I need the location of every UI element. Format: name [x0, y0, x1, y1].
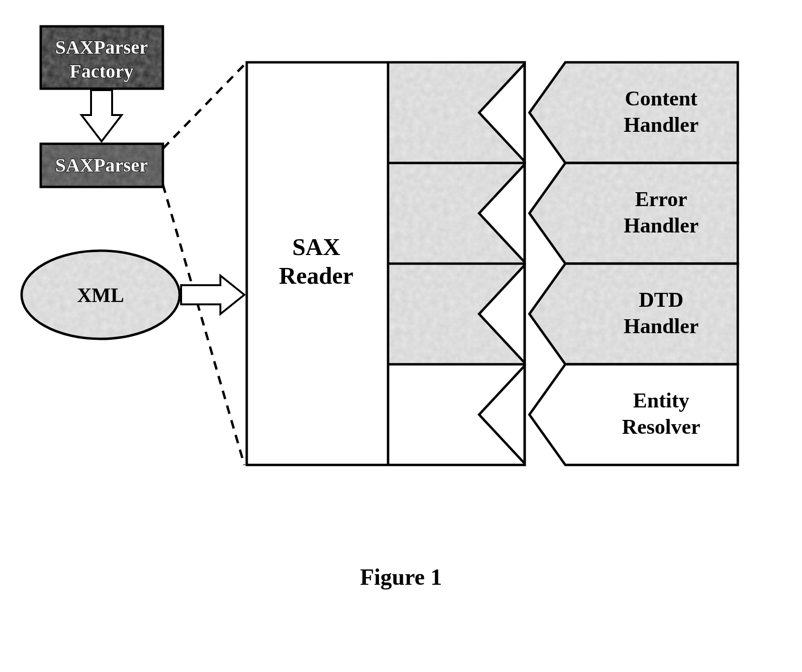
content-handler-pentagon: [529, 62, 738, 163]
factory-text-line2: Factory: [69, 60, 133, 82]
svg-marker-17: [529, 163, 738, 264]
svg-marker-18: [529, 264, 738, 364]
handler0-line1: Content: [625, 87, 698, 110]
figure-caption: Figure 1: [360, 564, 442, 590]
parser-text: SAXParser: [55, 154, 148, 176]
factory-text-line1: SAXParser: [55, 36, 148, 58]
xml-text: XML: [77, 284, 124, 306]
error-handler-pentagon: [529, 163, 738, 264]
arrow-factory-to-parser: [81, 90, 122, 141]
handler2-line1: DTD: [639, 288, 684, 312]
reader-text-line1: SAX: [292, 233, 340, 260]
svg-marker-16: [529, 62, 738, 163]
sax-diagram: SAXParser Factory SAXParser XML SAX Read…: [0, 0, 802, 672]
handler1-line1: Error: [635, 187, 687, 211]
handler0-line2: Handler: [624, 113, 699, 137]
handler1-line2: Handler: [624, 214, 699, 237]
arrow-xml-to-reader: [181, 276, 244, 314]
handler2-line2: Handler: [624, 314, 699, 338]
entity-resolver-pentagon: [529, 364, 738, 465]
svg-marker-19: [529, 364, 738, 465]
dashed-line-upper: [163, 65, 244, 149]
dtd-handler-pentagon: [529, 264, 738, 364]
reader-text-line2: Reader: [279, 262, 354, 289]
handler3-line1: Entity: [633, 389, 689, 412]
handler3-line2: Resolver: [622, 415, 700, 439]
dashed-line-lower: [163, 185, 244, 465]
